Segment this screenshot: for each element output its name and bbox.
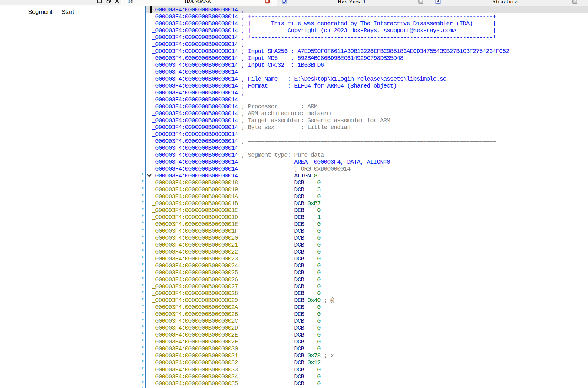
svg-text:A: A [437,0,440,4]
